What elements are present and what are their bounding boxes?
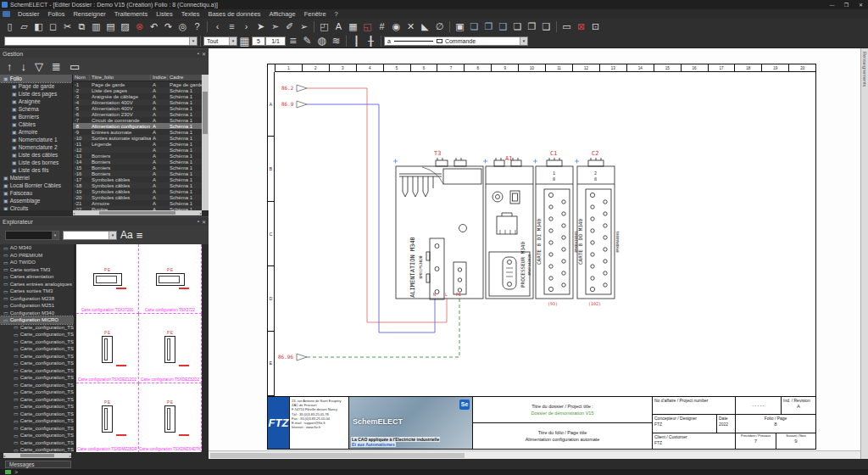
toolbar-icon[interactable]: ◱: [360, 20, 375, 33]
toolbar-icon[interactable]: [207, 21, 208, 32]
explorateur-tree-item[interactable]: ▭Carte_configuration_TSX: [0, 367, 74, 375]
explorateur-tree-item[interactable]: ▭AO TWIDO: [0, 259, 74, 266]
gestion-tree-item[interactable]: ▣Araignée: [0, 98, 72, 105]
explorateur-tree-item[interactable]: ▭Cartes sorties TM3: [0, 288, 74, 295]
component-preview-cell[interactable]: P E Carte configuration TSXDEZ12D2: [76, 314, 139, 383]
explorateur-tree-item[interactable]: ▭Cartes entrées analogiques TM3: [0, 281, 74, 288]
component-search-input[interactable]: ▾: [63, 231, 117, 240]
component-preview-cell[interactable]: P E Carte configuration TSX37200: [76, 244, 139, 314]
toolbar-icon[interactable]: ◣: [418, 20, 432, 33]
component-preview-cell[interactable]: P E Carte configuration TSXDMZ64DTK: [139, 383, 202, 452]
toolbar-icon[interactable]: ❐: [525, 20, 539, 33]
column-header-nom[interactable]: Nom: [73, 75, 90, 81]
folio-table-row[interactable]: ▫17 Symboles câbles A Schéma 1: [73, 176, 202, 182]
toolbar-icon[interactable]: ‹: [210, 20, 225, 33]
gestion-tree-item[interactable]: ▣Liste des câbles: [0, 151, 72, 159]
toolbar-icon[interactable]: ›: [239, 20, 253, 33]
toolbar-icon[interactable]: ❑: [496, 20, 510, 33]
explorateur-tree-item[interactable]: ▭Carte_configuration_TSX: [0, 331, 74, 338]
component-preview-cell[interactable]: P E Carte configuration TSX3722: [139, 244, 202, 314]
gestion-tree-item[interactable]: ▣Folio: [0, 75, 72, 82]
menu-item[interactable]: Dossier: [14, 9, 43, 19]
component-preview-cell[interactable]: P E Carte configuration TSXDEZ32D2: [139, 314, 202, 383]
toolbar-icon[interactable]: ≡: [225, 20, 239, 33]
gestion-tree-item[interactable]: ▣Liste des pages: [0, 90, 72, 98]
explorateur-tree-item[interactable]: ▭Carte_configuration_TSX: [0, 403, 74, 411]
toolbar-icon[interactable]: ✂: [60, 20, 75, 33]
folio-table-row[interactable]: ▫8 Alimentation configuration automate A…: [73, 123, 202, 129]
folio-table-row[interactable]: ▫14 Borniers A Schéma 1: [73, 159, 202, 165]
toolbar-icon[interactable]: ↶: [147, 20, 161, 33]
folio-table-row[interactable]: ▫9 Entrées automate A Schéma 1: [73, 129, 202, 135]
wires-icon[interactable]: ≋: [329, 35, 343, 48]
gestion-table-vscrollbar[interactable]: [202, 75, 209, 210]
canvas-hscrollbar[interactable]: [209, 450, 860, 459]
toolbar-icon[interactable]: A: [331, 20, 346, 33]
folio-table-row[interactable]: ▫21 Armoire A Schéma 1: [73, 200, 202, 206]
folio-table-row[interactable]: ▫10 Sorties automate signalisations A Sc…: [73, 135, 202, 141]
grid-icon[interactable]: ▦: [237, 35, 252, 48]
toolbar-icon[interactable]: ◎: [175, 20, 190, 33]
toolbar-icon[interactable]: ❏: [467, 20, 481, 33]
explorateur-tree-item[interactable]: ▭Configuration M340: [0, 310, 74, 317]
gestion-tree-item[interactable]: ▣Liste des bornes: [0, 159, 72, 166]
folio-table-row[interactable]: ▫19 Symboles câbles A Schéma 1: [73, 188, 202, 194]
toolbar-icon[interactable]: ⧉: [75, 20, 89, 33]
folio-table-row[interactable]: ▫7 Circuit de commande A Schéma 1: [73, 117, 202, 123]
explorateur-tree-item[interactable]: ▭Carte_configuration_TSX: [0, 432, 74, 439]
font-toggle-button[interactable]: Aa: [120, 229, 133, 241]
column-header-titre[interactable]: Titre_folio: [90, 75, 151, 81]
toolbar-icon[interactable]: [314, 21, 314, 32]
explorateur-tree-item[interactable]: ▭Carte_configuration_TSX: [0, 345, 74, 353]
explorateur-tree-item[interactable]: ▭Carte_configuration_TSX: [0, 396, 74, 404]
gestion-tree-item[interactable]: ▣Nomenclature 1: [0, 136, 72, 143]
toolbar-icon[interactable]: ◉: [389, 20, 403, 33]
toolbar-icon[interactable]: ✕: [403, 20, 418, 33]
explorateur-tree-item[interactable]: ▭Carte_configuration_TSX: [0, 439, 74, 447]
explorateur-tree-hscrollbar[interactable]: ◂▸: [3, 453, 71, 458]
chevron-down-icon[interactable]: ▾: [520, 37, 527, 45]
toolbar-icon[interactable]: ❏: [510, 20, 525, 33]
toolbar-icon[interactable]: ⊗: [132, 20, 147, 33]
close-icon[interactable]: ✕: [202, 219, 206, 225]
chevron-down-icon[interactable]: ▾: [229, 37, 236, 45]
toolbar-icon[interactable]: ✐: [282, 20, 297, 33]
explorateur-tree-item[interactable]: ▭Carte_configuration_TSX: [0, 411, 74, 418]
window-control-button[interactable]: ✕: [854, 0, 868, 9]
toolbar-icon[interactable]: ➤: [253, 20, 268, 33]
component-filter-input[interactable]: ▾: [5, 231, 59, 240]
toolbar-icon[interactable]: ❑: [539, 20, 554, 33]
hamburger-menu-icon[interactable]: ≡: [286, 35, 300, 48]
toolbar-icon[interactable]: ◧: [31, 20, 46, 33]
explorateur-tree-item[interactable]: ▭Configuration MICRO: [0, 316, 74, 324]
pin-icon[interactable]: ▪: [198, 219, 199, 225]
gestion-tree-item[interactable]: ▣Page de garde: [0, 82, 72, 90]
gestion-tool-icon[interactable]: ↓: [21, 60, 27, 73]
toolbar-icon[interactable]: ▥: [89, 20, 103, 33]
folio-table-row[interactable]: ▫2 Liste des pages A Schéma 1: [73, 87, 202, 93]
toolbar-icon[interactable]: ⊠: [574, 20, 588, 33]
explorateur-tree-item[interactable]: ▭Carte_configuration_TSX: [0, 425, 74, 433]
toolbar-icon[interactable]: ◻: [46, 20, 60, 33]
column-header-cadre[interactable]: Cadre: [168, 75, 202, 81]
toolbar-icon[interactable]: ∅: [432, 20, 447, 33]
folio-table-row[interactable]: ▫3 Araignée de câblage A Schéma 1: [73, 93, 202, 99]
gestion-tool-icon[interactable]: ↑: [7, 60, 13, 73]
wire-vertical-tool-icon[interactable]: ┃: [349, 35, 364, 48]
toolbar-icon[interactable]: ↷: [161, 20, 175, 33]
chevron-down-icon[interactable]: ▾: [108, 232, 116, 239]
toolbar-icon[interactable]: #: [375, 20, 389, 33]
folio-table-row[interactable]: ▫5 Alimentation 400V A Schéma 1: [73, 105, 202, 111]
right-dock-tab[interactable]: Renseignements: [862, 52, 867, 87]
lamp-icon[interactable]: ◍: [314, 35, 329, 48]
explorateur-tree-item[interactable]: ▭Carte_configuration_TSX: [0, 417, 74, 425]
symbol-search-input[interactable]: ▾: [4, 36, 198, 46]
gestion-tree-item[interactable]: ▣Faisceau: [0, 189, 72, 197]
folio-table-row[interactable]: ▫4 Alimentation 400V A Schéma 1: [73, 99, 202, 105]
folio-table-row[interactable]: ▫13 Borniers A Schéma 1: [73, 153, 202, 159]
gestion-tree-item[interactable]: ▣Circuits: [0, 204, 72, 210]
toolbar-icon[interactable]: ▤: [103, 20, 118, 33]
menu-item[interactable]: Affichage: [265, 9, 300, 19]
gestion-tree-item[interactable]: ▣Liste des fils: [0, 166, 72, 174]
window-control-button[interactable]: —: [825, 0, 839, 9]
